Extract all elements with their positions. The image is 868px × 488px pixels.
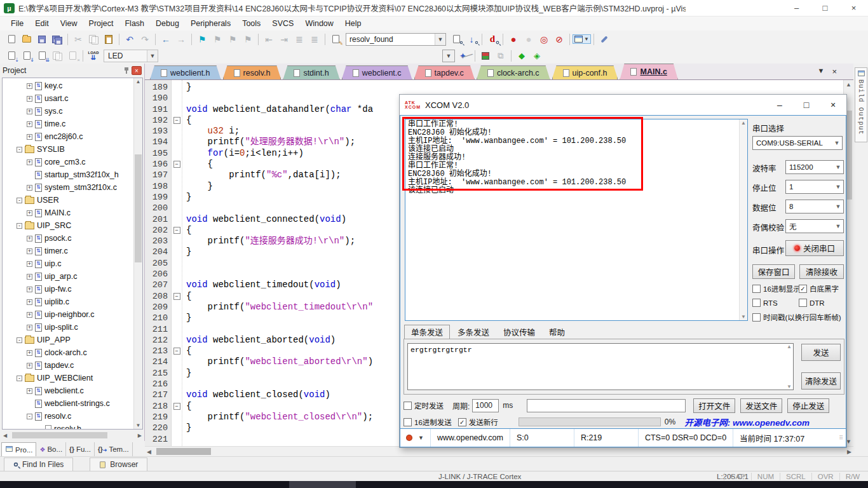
save-window-button[interactable]: 保存窗口: [752, 264, 795, 279]
panel-tab-bo[interactable]: ❖Bo...: [36, 442, 66, 456]
clear-send-button[interactable]: 清除发送: [801, 372, 841, 390]
xcom-titlebar[interactable]: ATKXCOM XCOM V2.0 – □ ×: [400, 95, 846, 115]
expand-icon[interactable]: +: [27, 185, 32, 191]
expand-icon[interactable]: +: [27, 274, 32, 280]
pin-icon[interactable]: [124, 67, 129, 74]
send-tab-1[interactable]: 多条发送: [451, 325, 496, 339]
menu-window[interactable]: Window: [299, 18, 339, 29]
fold-marker[interactable]: −: [172, 159, 182, 170]
tree-item-syslib[interactable]: -SYSLIB: [3, 143, 142, 156]
expand-icon[interactable]: +: [27, 299, 32, 305]
menu-svcs[interactable]: SVCS: [266, 18, 299, 29]
checkbox-rts[interactable]: RTS: [752, 299, 799, 307]
breakpoint-enable-all-icon[interactable]: ◎: [536, 32, 552, 46]
expand-icon[interactable]: +: [27, 248, 32, 254]
breakpoint-insert-icon[interactable]: ●: [506, 32, 521, 46]
tree-item-webclient-strings-c[interactable]: webclient-strings.c: [3, 397, 142, 410]
expand-icon[interactable]: +: [27, 83, 32, 89]
bookmark-clear-icon[interactable]: ⚑: [240, 32, 255, 46]
project-tree-hscrollbar[interactable]: ◀▶: [2, 431, 143, 440]
expand-icon[interactable]: +: [27, 363, 32, 369]
search-combobox[interactable]: resolv_found▼: [346, 33, 446, 46]
menu-project[interactable]: Project: [83, 18, 119, 29]
expand-icon[interactable]: +: [27, 96, 32, 102]
find-next-icon[interactable]: ↓: [464, 32, 479, 46]
menu-flash[interactable]: Flash: [119, 18, 150, 29]
expand-icon[interactable]: +: [27, 325, 32, 330]
xcom-minimize-icon[interactable]: –: [766, 95, 793, 114]
collapse-icon[interactable]: -: [17, 337, 22, 343]
save-all-icon[interactable]: [50, 32, 65, 46]
collapse-icon[interactable]: -: [17, 198, 22, 203]
menu-peripherals[interactable]: Peripherals: [185, 18, 236, 29]
receive-vscrollbar[interactable]: ▲▼: [739, 119, 747, 320]
resize-grip[interactable]: ⠿: [839, 435, 846, 441]
tree-item-clock-arch-c[interactable]: +clock-arch.c: [3, 346, 142, 359]
setting-select-2[interactable]: 8▼: [785, 200, 844, 214]
collapse-code-icon[interactable]: −: [173, 227, 180, 234]
tree-item-usart-c[interactable]: +usart.c: [3, 92, 142, 105]
xcom-maximize-icon[interactable]: □: [793, 95, 820, 114]
editor-tab-uip-conf-h[interactable]: uip-conf.h: [552, 65, 618, 79]
batch-build-icon[interactable]: [50, 49, 65, 63]
setting-select-1[interactable]: 1▼: [785, 180, 844, 194]
maximize-icon[interactable]: □: [811, 0, 839, 16]
collapse-icon[interactable]: -: [27, 414, 32, 419]
find-in-files-icon[interactable]: [449, 32, 464, 46]
tree-item-user[interactable]: -USER: [3, 194, 142, 207]
expand-icon[interactable]: +: [27, 109, 32, 114]
collapse-code-icon[interactable]: −: [173, 293, 180, 300]
expand-icon[interactable]: +: [27, 159, 32, 165]
wand-icon[interactable]: ✦╱: [457, 49, 472, 63]
tree-item-time-c[interactable]: +time.c: [3, 118, 142, 130]
expand-icon[interactable]: +: [27, 236, 32, 241]
minimize-icon[interactable]: –: [782, 0, 811, 16]
status-indicator-icon[interactable]: [407, 435, 412, 440]
port-select[interactable]: COM9:USB-SERIAL▼: [752, 136, 843, 150]
breakpoint-disable-icon[interactable]: ●: [521, 32, 536, 46]
undo-icon[interactable]: ↶: [122, 32, 137, 46]
tab-list-dropdown-icon[interactable]: ▼: [818, 67, 825, 76]
tree-item-resolv-h[interactable]: resolv.h: [3, 423, 142, 430]
editor-tab-main-c[interactable]: MAIN.c: [620, 64, 677, 79]
collapse-icon[interactable]: -: [17, 376, 22, 381]
build-icon[interactable]: ⇓: [19, 49, 34, 63]
panel-tab-tem[interactable]: {}➜Tem...: [95, 442, 133, 456]
copy-icon[interactable]: [86, 32, 101, 46]
close-document-icon[interactable]: ×: [832, 67, 837, 76]
close-icon[interactable]: ×: [839, 0, 868, 16]
indent-icon[interactable]: ⇥: [276, 32, 292, 46]
fold-marker[interactable]: −: [172, 291, 182, 302]
editor-tab-resolv-h[interactable]: resolv.h: [223, 65, 281, 79]
uncomment-icon[interactable]: ≣: [307, 32, 322, 46]
navigate-back-icon[interactable]: ←: [158, 32, 173, 46]
tree-item-enc28j60-c[interactable]: +enc28j60.c: [3, 130, 142, 143]
navigate-forward-icon[interactable]: →: [173, 32, 189, 46]
tree-item-core-cm3-c[interactable]: +core_cm3.c: [3, 156, 142, 168]
rebuild-icon[interactable]: ⇊: [34, 49, 50, 63]
translate-icon[interactable]: ⇣: [4, 49, 19, 63]
tree-item-uip-c[interactable]: +uip.c: [3, 257, 142, 270]
cut-icon[interactable]: ✂: [71, 32, 86, 46]
pack-installer-icon[interactable]: ◈: [529, 49, 545, 63]
load-icon[interactable]: LOAD⇊: [86, 49, 101, 63]
collapse-code-icon[interactable]: −: [173, 117, 180, 124]
menu-tools[interactable]: Tools: [236, 18, 266, 29]
send-newline-checkbox[interactable]: ✓发送新行: [458, 417, 498, 427]
setting-select-0[interactable]: 115200▼: [785, 160, 844, 174]
redo-icon[interactable]: ↷: [137, 32, 153, 46]
brand-link[interactable]: 开源电子网: www.openedv.com: [684, 416, 810, 428]
target-select[interactable]: LED▼: [104, 50, 158, 62]
project-tree-vscrollbar[interactable]: ▲▼: [133, 78, 142, 429]
options-target-icon[interactable]: [478, 49, 493, 63]
tree-item-uip-arp-c[interactable]: +uip_arp.c: [3, 270, 142, 283]
send-file-button[interactable]: 发送文件: [740, 398, 782, 413]
close-panel-icon[interactable]: ×: [132, 66, 142, 75]
breakpoint-kill-all-icon[interactable]: ⊘: [552, 32, 567, 46]
menu-file[interactable]: File: [5, 18, 29, 29]
hex-send-checkbox[interactable]: 16进制发送: [403, 417, 452, 427]
expand-icon[interactable]: +: [27, 287, 32, 292]
tree-item-resolv-c[interactable]: -resolv.c: [3, 410, 142, 423]
editor-tab-webclient-h[interactable]: webclient.h: [150, 65, 221, 79]
editor-tab-stdint-h[interactable]: stdint.h: [283, 65, 339, 79]
